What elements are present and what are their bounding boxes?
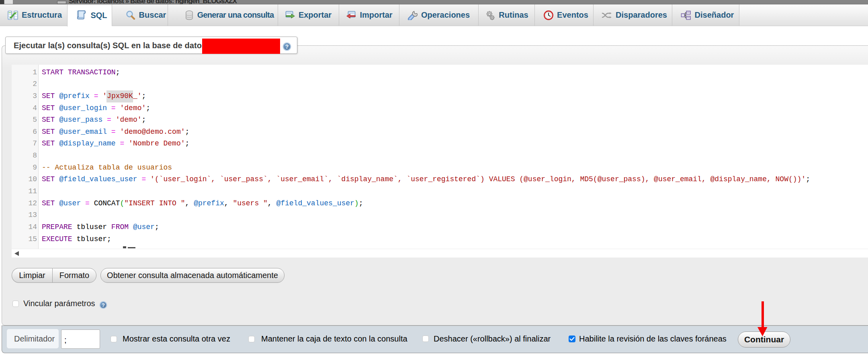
svg-text:?: ? bbox=[285, 43, 289, 50]
svg-text:?: ? bbox=[102, 302, 105, 308]
